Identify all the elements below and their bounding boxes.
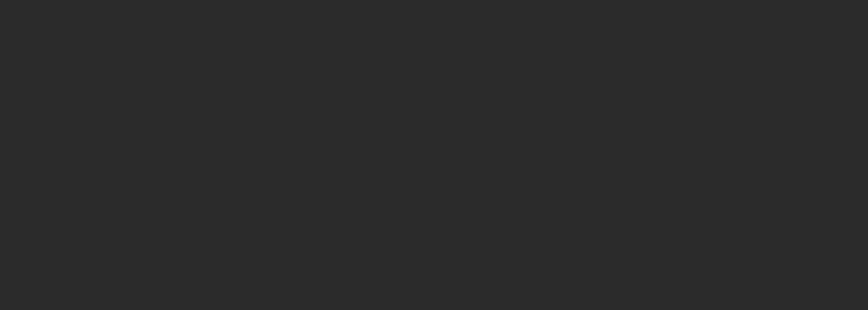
connection-layer [0,0,868,310]
